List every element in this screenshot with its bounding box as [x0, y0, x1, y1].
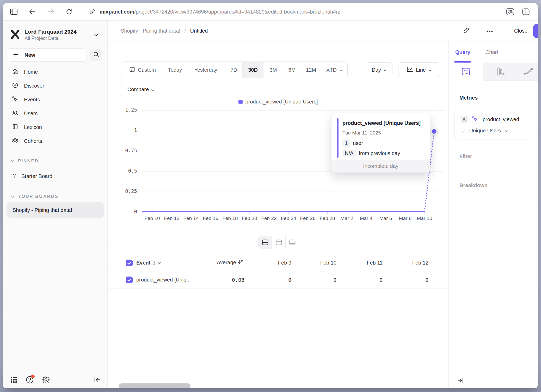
x-tick — [366, 212, 366, 214]
breadcrumb-page[interactable]: Untitled — [190, 28, 208, 34]
tab-chart[interactable]: Chart — [485, 49, 498, 55]
row-checkbox[interactable] — [126, 277, 133, 283]
report-type-tabs — [449, 63, 538, 81]
sidebar-item-shopify-board[interactable]: Shopify - Piping that data! — [7, 202, 104, 218]
metrics-section-label: Metrics — [459, 95, 478, 101]
average-header-cell[interactable]: Average — [191, 259, 243, 266]
new-button[interactable]: New — [7, 48, 87, 62]
x-tick — [211, 212, 211, 214]
x-tick — [269, 212, 269, 214]
chart-only-toggle[interactable] — [272, 236, 286, 249]
funnels-tab[interactable] — [483, 63, 518, 81]
table-row-border — [108, 289, 448, 289]
sidebar-item-discover[interactable]: Discover — [3, 79, 107, 93]
sidebar-item-starter-board[interactable]: Starter Board — [3, 169, 107, 183]
split-view-icon[interactable] — [522, 8, 530, 15]
range-label: 12M — [306, 67, 316, 73]
split-view-toggle[interactable] — [259, 236, 272, 249]
close-button[interactable]: Close — [514, 28, 527, 34]
more-options-icon[interactable] — [486, 29, 493, 33]
workspace-switcher[interactable]: Lord Farquaad 2024 All Project Data — [3, 21, 107, 41]
search-button[interactable] — [90, 49, 102, 61]
y-tick-label: 1 — [108, 127, 137, 133]
tab-query[interactable]: Query — [455, 49, 470, 55]
board-header: Shopify - Piping that data! / Untitled C… — [108, 21, 538, 41]
range-custom[interactable]: Custom — [121, 62, 164, 78]
sidebar-item-users[interactable]: Users — [3, 107, 107, 120]
sidebar-item-home[interactable]: Home — [3, 65, 107, 79]
date-column-header[interactable]: Feb 12 — [385, 260, 428, 266]
url-bar[interactable]: mixpanel.com/project/3472420/view/397469… — [100, 9, 340, 15]
aggregation-dropdown[interactable]: # Unique Users — [462, 128, 508, 134]
tune-icon[interactable] — [506, 8, 515, 16]
insights-icon — [462, 68, 470, 76]
filter-section-label[interactable]: Filter — [459, 154, 472, 160]
range-label: 30D — [248, 67, 258, 73]
range-label: 7D — [231, 67, 237, 73]
your-boards-section-header[interactable]: YOUR BOARDS — [3, 192, 107, 201]
range-7d[interactable]: 7D — [225, 62, 243, 78]
back-icon[interactable] — [29, 9, 36, 15]
date-column-header[interactable]: Feb 9 — [248, 260, 291, 266]
home-icon — [12, 68, 19, 76]
header-divider — [503, 26, 503, 36]
breadcrumb-board[interactable]: Shopify - Piping that data! — [121, 28, 180, 34]
table-only-toggle[interactable] — [286, 236, 299, 249]
select-all-checkbox[interactable] — [126, 260, 133, 266]
collapse-sidebar-icon[interactable] — [94, 377, 101, 384]
event-cursor-icon — [12, 96, 19, 104]
insights-tab-active[interactable] — [449, 63, 483, 81]
data-point-marker[interactable] — [431, 128, 438, 135]
event-count: 1 — [153, 260, 156, 266]
row-event-name[interactable]: product_viewed [Uniq... — [136, 277, 191, 283]
range-6m[interactable]: 6M — [283, 62, 301, 78]
y-tick-label: 0.25 — [108, 188, 137, 194]
sidebar-item-lexicon[interactable]: Lexicon — [3, 120, 107, 134]
sidebar-item-label: Events — [24, 97, 40, 103]
granularity-dropdown[interactable]: Day — [366, 62, 392, 77]
sidebar-item-events[interactable]: Events — [3, 93, 107, 107]
browser-window: mixpanel.com/project/3472420/view/397469… — [3, 3, 538, 388]
date-column-header[interactable]: Feb 10 — [293, 260, 336, 266]
collapse-panel-icon[interactable] — [458, 377, 464, 384]
range-label: XTD — [326, 67, 337, 73]
chart-type-dropdown[interactable]: Line — [398, 62, 440, 77]
x-tick — [152, 212, 152, 214]
x-tick — [405, 212, 405, 214]
tooltip-value: 1 — [342, 139, 350, 147]
pinned-section-header[interactable]: PINNED — [3, 157, 107, 165]
reload-icon[interactable] — [66, 8, 72, 15]
line-chart-icon — [407, 66, 413, 74]
forward-icon[interactable] — [47, 9, 55, 15]
range-today[interactable]: Today — [164, 62, 186, 78]
aggregation-label: Unique Users — [469, 128, 501, 134]
range-yesterday[interactable]: Yesterday — [186, 62, 225, 78]
pinned-label: PINNED — [18, 158, 39, 164]
metric-card[interactable]: A product_viewed # Unique Users — [454, 111, 532, 139]
range-label: 3M — [270, 67, 277, 73]
flows-tab[interactable] — [518, 63, 538, 81]
browser-sidebar-icon[interactable] — [10, 8, 18, 15]
compare-label: Compare — [127, 87, 149, 93]
breakdown-section-label[interactable]: Breakdown — [459, 182, 488, 188]
range-30d-selected[interactable]: 30D — [243, 62, 263, 78]
apps-grid-icon[interactable] — [10, 376, 18, 385]
horizontal-scrollbar[interactable] — [119, 383, 190, 388]
save-button[interactable] — [533, 24, 538, 38]
row-value: 0 — [248, 277, 291, 283]
event-header-cell[interactable]: Event 1 — [136, 260, 161, 266]
chevron-down-icon — [428, 67, 432, 73]
sidebar-nav: Home Discover Events Users Lexicon — [3, 65, 107, 148]
date-column-header[interactable]: Feb 11 — [340, 260, 383, 266]
gear-icon[interactable] — [42, 376, 50, 385]
range-12m[interactable]: 12M — [301, 62, 321, 78]
range-xtd[interactable]: XTD — [321, 62, 347, 78]
help-icon[interactable] — [26, 376, 34, 385]
sidebar-item-cohorts[interactable]: Cohorts — [3, 134, 107, 148]
compare-dropdown[interactable]: Compare — [121, 82, 161, 97]
link-icon — [89, 9, 95, 15]
x-tick — [172, 212, 172, 214]
range-3m[interactable]: 3M — [263, 62, 283, 78]
copy-link-icon[interactable] — [463, 27, 470, 35]
workspace-name: Lord Farquaad 2024 — [24, 28, 77, 35]
